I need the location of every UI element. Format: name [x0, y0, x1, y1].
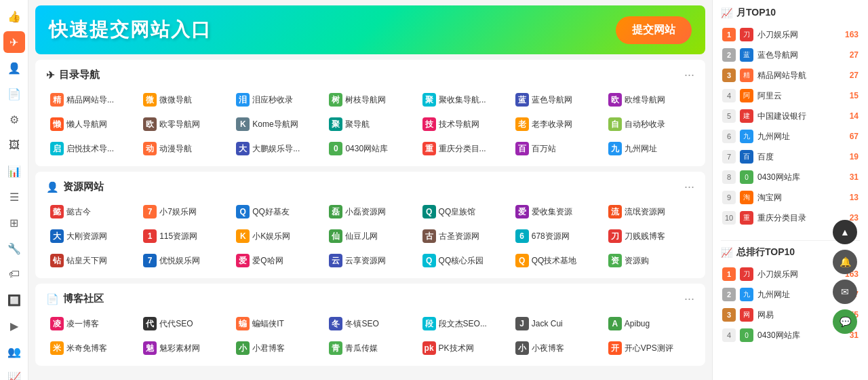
dir-nav-more[interactable]: ··· [684, 68, 694, 82]
list-item[interactable]: 蝙蝙蝠侠IT [232, 314, 322, 333]
list-item[interactable]: 7小7娱乐网 [139, 202, 229, 221]
site-name: 小7娱乐网 [159, 206, 197, 218]
list-item[interactable]: 精精品网站导... [46, 90, 136, 109]
list-item[interactable]: 冬冬镇SEO [325, 314, 415, 333]
sidebar-icon-settings[interactable]: ⚙ [3, 109, 25, 130]
blog-more[interactable]: ··· [684, 292, 694, 306]
rank-item[interactable]: 1刀小刀娱乐网163 [721, 24, 860, 45]
list-item[interactable]: 魅魅彩素材网 [139, 339, 229, 358]
sidebar-icon-document[interactable]: 📄 [3, 83, 25, 104]
list-item[interactable]: 钻钻皇天下网 [46, 251, 136, 270]
sidebar-icon-grid[interactable]: ⊞ [3, 212, 25, 233]
list-item[interactable]: 微微微导航 [139, 90, 229, 109]
list-item[interactable]: 爱爱Q哈网 [232, 251, 322, 270]
sidebar-icon-thumbsup[interactable]: 👍 [3, 5, 25, 27]
list-item[interactable]: 开开心VPS测评 [604, 339, 694, 358]
list-item[interactable]: 凌凌一博客 [46, 314, 136, 333]
sidebar-icon-video[interactable]: ▶ [3, 315, 25, 337]
list-item[interactable]: 代代代SEO [139, 314, 229, 333]
sidebar-icon-tag[interactable]: 🏷 [3, 263, 25, 285]
list-item[interactable]: QQQ核心乐园 [418, 251, 509, 270]
list-item[interactable]: QQQ皇族馆 [418, 202, 509, 221]
submit-site-button[interactable]: 提交网站 [616, 16, 692, 44]
list-item[interactable]: 小小夜博客 [511, 339, 601, 358]
list-item[interactable]: 九九州网址 [604, 139, 694, 158]
list-item[interactable]: 泪泪应秒收录 [232, 90, 322, 109]
resource-nav-more[interactable]: ··· [684, 180, 694, 194]
rank-item[interactable]: 4阿阿里云15 [721, 86, 860, 106]
list-item[interactable]: 段段文杰SEO... [418, 314, 509, 333]
list-item[interactable]: 技技术导航网 [418, 115, 509, 134]
list-item[interactable]: 欧欧零导航网 [139, 115, 229, 134]
list-item[interactable]: 6678资源网 [511, 227, 601, 246]
site-name: QQ皇族馆 [439, 206, 476, 218]
chat-button[interactable]: 💬 [833, 309, 857, 334]
list-item[interactable]: 古古圣资源网 [418, 227, 509, 246]
list-item[interactable]: 自自动秒收录 [604, 115, 694, 134]
list-item[interactable]: AApibug [604, 314, 694, 333]
rank-site-name: 小刀娱乐网 [757, 29, 841, 41]
sidebar-icon-users[interactable]: 👥 [3, 341, 25, 362]
list-item[interactable]: 仙仙豆儿网 [325, 227, 415, 246]
banner[interactable]: 快速提交网站入口 提交网站 [35, 5, 705, 54]
list-item[interactable]: 磊小磊资源网 [325, 202, 415, 221]
list-item[interactable]: 启启悦技术导... [46, 139, 136, 158]
list-item[interactable]: 资资源购 [604, 251, 694, 270]
list-item[interactable]: 动动漫导航 [139, 139, 229, 158]
sidebar-icon-user[interactable]: 👤 [3, 57, 25, 79]
list-item[interactable]: 小小君博客 [232, 339, 322, 358]
list-item[interactable]: 聚聚导航 [325, 115, 415, 134]
list-item[interactable]: pkPK技术网 [418, 339, 509, 358]
list-item[interactable]: QQQ技术基地 [511, 251, 601, 270]
list-item[interactable]: 蓝蓝色导航网 [511, 90, 601, 109]
list-item[interactable]: 刀刀贱贱博客 [604, 227, 694, 246]
list-item[interactable]: 爱爱收集资源 [511, 202, 601, 221]
rank-item[interactable]: 5建中国建设银行14 [721, 106, 860, 126]
list-item[interactable]: 聚聚收集导航... [418, 90, 509, 109]
site-icon: 老 [515, 117, 529, 131]
site-name: QQ核心乐园 [439, 255, 484, 267]
list-item[interactable]: 懿懿古今 [46, 202, 136, 221]
sidebar-icon-chart[interactable]: 📊 [3, 160, 25, 182]
list-item[interactable]: 流流氓资源网 [604, 202, 694, 221]
sidebar-icon-apps[interactable]: 🔲 [3, 289, 25, 311]
list-item[interactable]: 重重庆分类目... [418, 139, 509, 158]
list-item[interactable]: 大大刚资源网 [46, 227, 136, 246]
month-top10-title: 📈 月TOP10 [721, 7, 860, 19]
sidebar-icon-list[interactable]: ☰ [3, 186, 25, 208]
sidebar-icon-analytics[interactable]: 📈 [3, 366, 25, 380]
scroll-up-button[interactable]: ▲ [833, 220, 857, 244]
list-item[interactable]: 树树枝导航网 [325, 90, 415, 109]
mail-button[interactable]: ✉ [833, 280, 857, 304]
rank-item[interactable]: 7百百度19 [721, 147, 860, 167]
list-item[interactable]: QQQ好基友 [232, 202, 322, 221]
site-name: 代代SEO [159, 318, 193, 330]
list-item[interactable]: 00430网站库 [325, 139, 415, 158]
sidebar-icon-image[interactable]: 🖼 [3, 134, 25, 156]
list-item[interactable]: 懒懒人导航网 [46, 115, 136, 134]
list-item[interactable]: 米米奇免博客 [46, 339, 136, 358]
sidebar-icon-tool[interactable]: 🔧 [3, 238, 25, 259]
dir-nav-section: ✈ 目录导航 ··· 精精品网站导...微微微导航泪泪应秒收录树树枝导航网聚聚收… [35, 60, 705, 166]
list-item[interactable]: 欧欧维导航网 [604, 90, 694, 109]
list-item[interactable]: 百百万站 [511, 139, 601, 158]
list-item[interactable]: 云云享资源网 [325, 251, 415, 270]
list-item[interactable]: JJack Cui [511, 314, 601, 333]
list-item[interactable]: 7优悦娱乐网 [139, 251, 229, 270]
rank-item[interactable]: 9淘淘宝网13 [721, 187, 860, 208]
list-item[interactable]: 老老李收录网 [511, 115, 601, 134]
list-item[interactable]: 大大鹏娱乐导... [232, 139, 322, 158]
notification-button[interactable]: 🔔 [833, 250, 857, 274]
rank-item[interactable]: 6九九州网址67 [721, 126, 860, 147]
rank-item[interactable]: 2蓝蓝色导航网27 [721, 45, 860, 65]
float-buttons: ▲ 🔔 ✉ 💬 [827, 214, 863, 339]
rank-item[interactable]: 3精精品网站导航27 [721, 65, 860, 86]
list-item[interactable]: 青青瓜传媒 [325, 339, 415, 358]
site-name: 云享资源网 [345, 255, 386, 267]
sidebar-icon-send[interactable]: ✈ [3, 31, 25, 53]
rank-item[interactable]: 800430网站库31 [721, 167, 860, 187]
site-name: 精品网站导... [66, 94, 114, 106]
list-item[interactable]: KKome导航网 [232, 115, 322, 134]
list-item[interactable]: 1115资源网 [139, 227, 229, 246]
list-item[interactable]: K小K娱乐网 [232, 227, 322, 246]
